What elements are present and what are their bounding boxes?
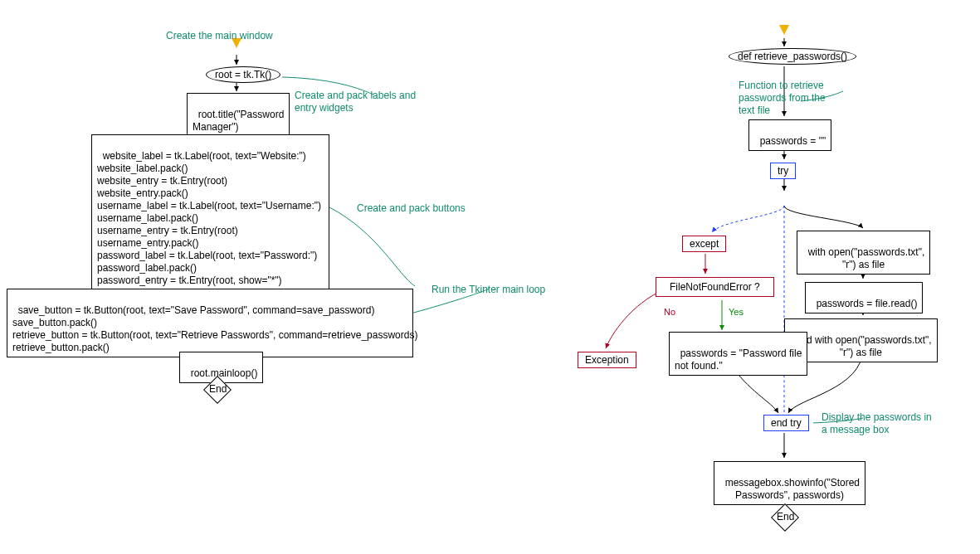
- node-read: passwords = file.read(): [805, 282, 923, 313]
- node-text: end try: [771, 417, 802, 429]
- flowchart-canvas: Create the main window root = tk.Tk() ro…: [0, 0, 980, 554]
- comment-func-desc: Function to retrieve passwords from the …: [739, 80, 826, 117]
- node-text: def retrieve_passwords(): [738, 51, 847, 62]
- comment-display-msg: Display the passwords in a message box: [822, 411, 932, 436]
- node-text: Exception: [585, 354, 629, 366]
- node-mainloop: root.mainloop(): [179, 352, 263, 383]
- node-text: website_label = tk.Label(root, text="Web…: [97, 150, 321, 299]
- node-text: passwords = file.read(): [817, 298, 918, 309]
- node-try: try: [770, 163, 796, 179]
- comment-run-mainloop: Run the Tkinter main loop: [431, 284, 545, 296]
- comment-create-buttons: Create and pack buttons: [357, 202, 466, 215]
- node-exception: Exception: [578, 352, 636, 368]
- node-text: except: [690, 238, 719, 250]
- node-def: def retrieve_passwords(): [729, 48, 856, 65]
- node-text: end with open("passwords.txt", "r") as f…: [796, 334, 932, 358]
- node-with-open: with open("passwords.txt", "r") as file: [797, 231, 930, 275]
- node-decision: FileNotFoundError ?: [656, 277, 774, 297]
- node-text: passwords = "": [760, 135, 826, 147]
- node-root-title: root.title("Password Manager"): [187, 93, 290, 137]
- comment-create-widgets: Create and pack labels and entry widgets: [295, 90, 416, 114]
- node-text: save_button = tk.Button(root, text="Save…: [12, 304, 417, 353]
- end-label: End: [209, 383, 227, 395]
- node-text: passwords = "Password file not found.": [675, 347, 802, 372]
- edge-label-no: No: [664, 307, 675, 317]
- node-init: passwords = "": [748, 119, 831, 151]
- node-widgets: website_label = tk.Label(root, text="Web…: [91, 134, 329, 303]
- node-text: root = tk.Tk(): [215, 69, 271, 80]
- node-text: root.title("Password Manager"): [193, 109, 284, 133]
- node-text: with open("passwords.txt", "r") as file: [808, 246, 925, 270]
- edge-label-yes: Yes: [729, 307, 744, 317]
- node-text: try: [778, 165, 788, 177]
- node-text: root.mainloop(): [191, 367, 258, 379]
- node-root-tk: root = tk.Tk(): [206, 66, 280, 83]
- start-arrow-icon: [779, 25, 789, 35]
- node-text: messagebox.showinfo("Stored Passwords", …: [725, 477, 860, 501]
- node-buttons: save_button = tk.Button(root, text="Save…: [7, 289, 413, 357]
- node-not-found: passwords = "Password file not found.": [669, 332, 807, 376]
- node-text: FileNotFoundError ?: [670, 281, 760, 293]
- end-label: End: [777, 511, 794, 522]
- comment-create-window: Create the main window: [166, 30, 273, 42]
- node-except: except: [682, 236, 726, 252]
- node-end-try: end try: [763, 415, 809, 431]
- node-showinfo: messagebox.showinfo("Stored Passwords", …: [714, 461, 865, 505]
